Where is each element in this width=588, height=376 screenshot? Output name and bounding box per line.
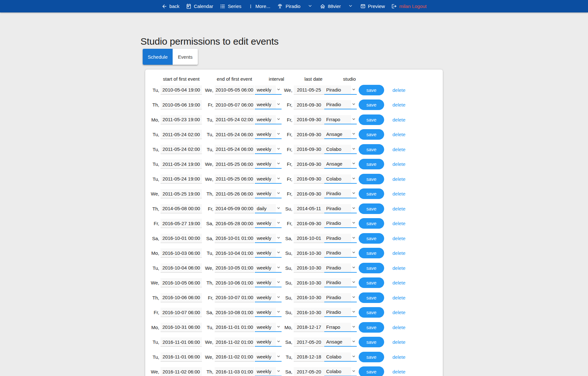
save-button[interactable]: save (359, 144, 384, 155)
studio-select[interactable]: Ansage (324, 130, 357, 139)
end-datetime-input[interactable] (215, 234, 254, 243)
interval-select[interactable]: weekly (255, 248, 282, 258)
start-datetime-input[interactable] (161, 367, 202, 376)
start-datetime-input[interactable] (161, 85, 202, 95)
start-datetime-input[interactable] (161, 189, 202, 198)
end-datetime-input[interactable] (215, 189, 254, 198)
last-date-input[interactable] (294, 337, 324, 347)
last-date-input[interactable] (294, 367, 324, 376)
interval-select[interactable]: weekly (255, 308, 282, 317)
save-button[interactable]: save (359, 218, 384, 229)
start-datetime-input[interactable] (161, 115, 202, 124)
end-datetime-input[interactable] (215, 367, 254, 376)
last-date-input[interactable] (294, 159, 324, 169)
save-button[interactable]: save (359, 188, 384, 199)
piradio-dropdown-chevron[interactable] (307, 4, 313, 9)
studio-select[interactable]: Piradio (324, 278, 357, 287)
last-date-input[interactable] (294, 85, 324, 95)
end-datetime-input[interactable] (215, 263, 254, 273)
start-datetime-input[interactable] (161, 234, 202, 243)
delete-link[interactable]: delete (392, 176, 405, 182)
last-date-input[interactable] (294, 204, 324, 213)
save-button[interactable]: save (359, 322, 384, 333)
interval-select[interactable]: weekly (255, 115, 282, 124)
end-datetime-input[interactable] (215, 308, 254, 317)
last-date-input[interactable] (294, 219, 324, 228)
interval-select[interactable]: weekly (255, 234, 282, 243)
studio-select[interactable]: Piradio (324, 263, 357, 273)
save-button[interactable]: save (359, 248, 384, 258)
end-datetime-input[interactable] (215, 174, 254, 184)
studio-select[interactable]: Piradio (324, 308, 357, 317)
save-button[interactable]: save (359, 159, 384, 169)
save-button[interactable]: save (359, 129, 384, 140)
studio-select[interactable]: Piradio (324, 293, 357, 302)
delete-link[interactable]: delete (392, 147, 405, 152)
save-button[interactable]: save (359, 352, 384, 362)
interval-select[interactable]: weekly (255, 189, 282, 198)
end-datetime-input[interactable] (215, 204, 254, 213)
nav-item-88vier[interactable]: 88vier (320, 4, 341, 9)
start-datetime-input[interactable] (161, 293, 202, 302)
nav-item-back[interactable]: back (161, 4, 180, 9)
nav-item-more[interactable]: More... (248, 4, 270, 9)
start-datetime-input[interactable] (161, 204, 202, 213)
last-date-input[interactable] (294, 323, 324, 332)
start-datetime-input[interactable] (161, 145, 202, 154)
studio-select[interactable]: Colabo (324, 352, 357, 362)
interval-select[interactable]: weekly (255, 263, 282, 273)
last-date-input[interactable] (294, 234, 324, 243)
last-date-input[interactable] (294, 278, 324, 287)
delete-link[interactable]: delete (392, 325, 405, 330)
studio-select[interactable]: Frrapo (324, 115, 357, 124)
save-button[interactable]: save (359, 263, 384, 273)
interval-select[interactable]: weekly (255, 85, 282, 95)
start-datetime-input[interactable] (161, 248, 202, 258)
last-date-input[interactable] (294, 100, 324, 109)
delete-link[interactable]: delete (392, 206, 405, 211)
end-datetime-input[interactable] (215, 352, 254, 362)
interval-select[interactable]: weekly (255, 352, 282, 362)
nav-item-piradio[interactable]: Piradio (277, 3, 300, 10)
studio-select[interactable]: Colabo (324, 145, 357, 154)
delete-link[interactable]: delete (392, 339, 405, 345)
last-date-input[interactable] (294, 352, 324, 362)
delete-link[interactable]: delete (392, 310, 405, 315)
studio-select[interactable]: Piradio (324, 85, 357, 95)
delete-link[interactable]: delete (392, 295, 405, 300)
delete-link[interactable]: delete (392, 132, 405, 137)
start-datetime-input[interactable] (161, 323, 202, 332)
end-datetime-input[interactable] (215, 219, 254, 228)
last-date-input[interactable] (294, 248, 324, 258)
save-button[interactable]: save (359, 292, 384, 303)
studio-select[interactable]: Piradio (324, 234, 357, 243)
studio-select[interactable]: Piradio (324, 100, 357, 109)
last-date-input[interactable] (294, 263, 324, 273)
end-datetime-input[interactable] (215, 323, 254, 332)
end-datetime-input[interactable] (215, 248, 254, 258)
start-datetime-input[interactable] (161, 159, 202, 169)
studio-select[interactable]: Piradio (324, 248, 357, 258)
save-button[interactable]: save (359, 233, 384, 244)
interval-select[interactable]: daily (255, 204, 282, 213)
nav-item-series[interactable]: Series (220, 4, 241, 9)
last-date-input[interactable] (294, 145, 324, 154)
delete-link[interactable]: delete (392, 354, 405, 360)
studio-select[interactable]: Colabo (324, 367, 357, 376)
interval-select[interactable]: weekly (255, 219, 282, 228)
start-datetime-input[interactable] (161, 308, 202, 317)
studio-select[interactable]: Ansage (324, 159, 357, 169)
interval-select[interactable]: weekly (255, 367, 282, 376)
delete-link[interactable]: delete (392, 369, 405, 374)
studio-select[interactable]: Colabo (324, 174, 357, 184)
studio-select[interactable]: Piradio (324, 204, 357, 213)
delete-link[interactable]: delete (392, 265, 405, 271)
station-dropdown-chevron[interactable] (348, 4, 354, 9)
end-datetime-input[interactable] (215, 145, 254, 154)
studio-select[interactable]: Piradio (324, 219, 357, 228)
save-button[interactable]: save (359, 114, 384, 125)
delete-link[interactable]: delete (392, 161, 405, 167)
studio-select[interactable]: Frrapo (324, 323, 357, 332)
start-datetime-input[interactable] (161, 219, 202, 228)
end-datetime-input[interactable] (215, 100, 254, 109)
